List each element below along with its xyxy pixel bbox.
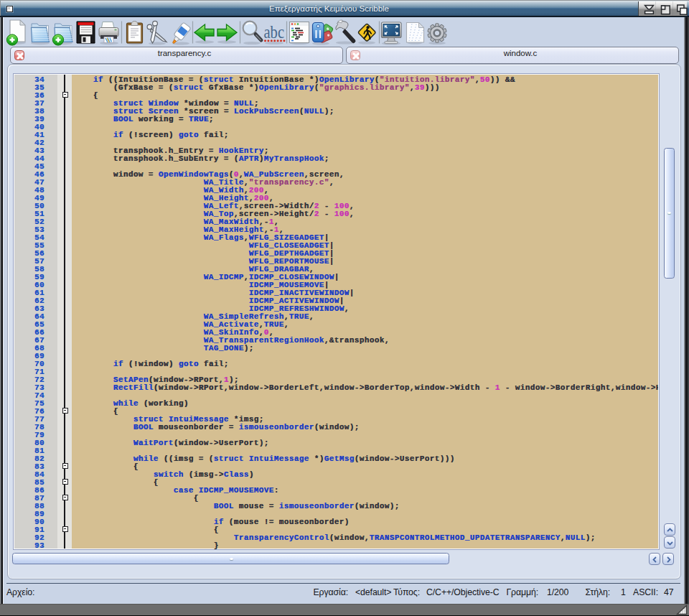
svg-text:abc: abc xyxy=(264,22,285,42)
